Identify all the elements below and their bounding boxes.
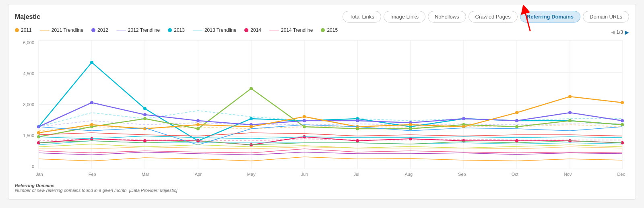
svg-point-32 [143, 117, 147, 120]
x-label-mar: Mar [142, 172, 149, 177]
legend-dot-2012 [91, 28, 95, 32]
legend-label-2011: 2011 [21, 27, 32, 33]
legend-label-2012-trendline: 2012 Trendline [128, 27, 160, 33]
svg-point-54 [37, 131, 40, 134]
legend-dash-2011 [40, 30, 50, 31]
svg-point-57 [196, 123, 200, 126]
app-title: Majestic [15, 13, 40, 21]
legend-dash-2012 [116, 30, 126, 31]
legend-2011-trendline: 2011 Trendline [40, 27, 83, 33]
tab-buttons: Total Links Image Links NoFollows Crawle… [343, 11, 629, 23]
next-page-button[interactable]: ▶ [625, 29, 629, 35]
svg-point-45 [196, 119, 200, 122]
svg-point-65 [621, 101, 624, 104]
footer-note: Referring Domains Number of new referrin… [15, 183, 629, 193]
svg-point-59 [303, 115, 306, 118]
x-label-nov: Nov [564, 172, 572, 177]
pagination: ◀ 1/3 ▶ [611, 29, 629, 35]
svg-point-53 [621, 119, 624, 122]
svg-point-34 [250, 87, 253, 90]
legend-row: 2011 2011 Trendline 2012 2012 Trendline … [15, 27, 629, 37]
svg-point-33 [196, 127, 200, 130]
svg-point-64 [568, 95, 572, 98]
x-label-jul: Jul [353, 172, 359, 177]
svg-point-48 [356, 119, 359, 122]
x-label-sep: Sep [458, 172, 466, 177]
x-label-apr: Apr [195, 172, 202, 177]
legend-2013: 2013 [168, 27, 185, 33]
legend-2013-trendline: 2013 Trendline [193, 27, 236, 33]
header: Majestic Total Links Image Links NoFollo… [15, 11, 629, 23]
svg-point-75 [515, 139, 518, 142]
x-label-feb: Feb [89, 172, 96, 177]
legend-label-2012: 2012 [97, 27, 108, 33]
tab-image-links[interactable]: Image Links [384, 11, 425, 23]
legend-dot-2015 [321, 28, 325, 32]
chart-wrapper: 6,000 4,500 3,000 1,500 0 [15, 40, 629, 177]
x-label-oct: Oct [512, 172, 518, 177]
legend-2011: 2011 [15, 27, 32, 33]
legend-2015: 2015 [321, 27, 338, 33]
legend-label-2011-trendline: 2011 Trendline [52, 27, 83, 33]
legend-dot-2013 [168, 28, 172, 32]
y-label-6000: 6,000 [15, 40, 34, 45]
svg-point-51 [515, 119, 518, 122]
legend-2012-trendline: 2012 Trendline [116, 27, 160, 33]
svg-point-43 [90, 101, 93, 104]
legend-dot-2011 [15, 28, 19, 32]
x-label-jan: Jan [36, 172, 43, 177]
legend-2014-trendline: 2014 Trendline [269, 27, 313, 33]
svg-point-44 [143, 113, 147, 116]
y-label-0: 0 [15, 164, 34, 169]
tab-crawled-pages[interactable]: Crawled Pages [469, 11, 518, 23]
chart-legend: 2011 2011 Trendline 2012 2012 Trendline … [15, 27, 338, 33]
footer-description: Number of new referring domains found in… [15, 188, 178, 193]
svg-point-39 [515, 125, 518, 128]
svg-point-68 [143, 139, 147, 142]
footer-title: Referring Domains [15, 183, 54, 188]
tab-total-links[interactable]: Total Links [343, 11, 381, 23]
legend-dash-2013 [193, 30, 202, 31]
legend-dot-2014 [244, 28, 248, 32]
svg-point-58 [250, 125, 253, 128]
chart-svg-container [36, 40, 625, 170]
tab-nofollows[interactable]: NoFollows [428, 11, 466, 23]
x-label-jun: Jun [301, 172, 308, 177]
svg-point-61 [409, 123, 412, 126]
legend-label-2013-trendline: 2013 Trendline [204, 27, 236, 33]
x-label-dec: Dec [617, 172, 625, 177]
legend-label-2015: 2015 [327, 27, 338, 33]
svg-point-22 [250, 117, 253, 120]
svg-point-55 [90, 123, 93, 126]
legend-2014: 2014 [244, 27, 261, 33]
legend-label-2013: 2013 [174, 27, 185, 33]
legend-label-2014-trendline: 2014 Trendline [281, 27, 313, 33]
page-indicator: 1/3 [616, 29, 623, 35]
svg-point-63 [515, 111, 518, 114]
svg-point-40 [568, 119, 572, 122]
svg-point-56 [143, 127, 147, 130]
x-axis: Jan Feb Mar Apr May Jun Jul Aug Sep Oct … [36, 172, 625, 177]
svg-point-41 [621, 123, 624, 126]
svg-point-52 [568, 111, 572, 114]
legend-dash-2014 [269, 30, 279, 31]
x-label-may: May [247, 172, 256, 177]
svg-point-20 [143, 107, 147, 110]
tab-domain-urls[interactable]: Domain URLs [583, 11, 629, 23]
chart-svg [36, 40, 625, 169]
y-label-3000: 3,000 [15, 102, 34, 107]
y-label-4500: 4,500 [15, 71, 34, 76]
prev-page-button[interactable]: ◀ [611, 29, 615, 35]
svg-point-72 [356, 139, 359, 142]
x-label-aug: Aug [405, 172, 413, 177]
main-container: Majestic Total Links Image Links NoFollo… [8, 4, 636, 200]
y-axis: 6,000 4,500 3,000 1,500 0 [15, 40, 34, 169]
svg-point-47 [303, 119, 306, 122]
svg-point-50 [462, 117, 465, 120]
tab-referring-domains[interactable]: Referring Domains [520, 11, 580, 23]
svg-point-37 [409, 127, 412, 130]
svg-point-19 [90, 61, 93, 64]
legend-label-2014: 2014 [250, 27, 261, 33]
y-label-1500: 1,500 [15, 133, 34, 138]
legend-2012: 2012 [91, 27, 108, 33]
